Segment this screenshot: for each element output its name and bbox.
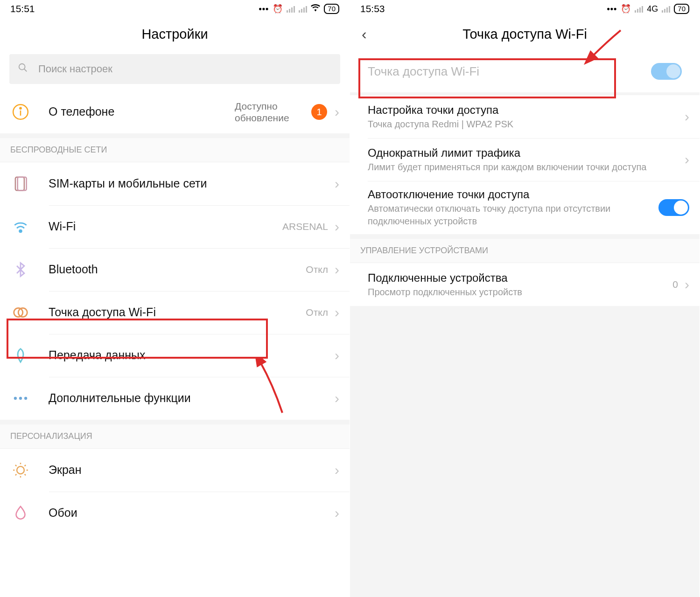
row-label: Точка доступа Wi-Fi: [49, 305, 306, 319]
search-icon: [18, 62, 28, 76]
wifi-icon: [10, 216, 31, 237]
row-label: Настройка точки доступа: [368, 103, 685, 117]
svg-point-0: [19, 64, 25, 70]
svg-point-13: [17, 466, 24, 474]
hotspot-icon: [10, 302, 31, 323]
row-label: Передача данных: [49, 348, 335, 362]
row-label: Подключенные устройства: [368, 271, 672, 285]
more-icon: [10, 388, 31, 409]
sim-icon: [10, 174, 31, 194]
row-wifi[interactable]: Wi-Fi ARSENAL ›: [0, 205, 350, 248]
row-about-phone[interactable]: О телефоне Доступно обновление 1 ›: [0, 90, 350, 133]
update-badge: 1: [311, 104, 327, 120]
svg-point-7: [20, 230, 22, 232]
search-input[interactable]: Поиск настроек: [9, 54, 340, 84]
chevron-right-icon: ›: [335, 506, 339, 520]
chevron-right-icon: ›: [335, 463, 339, 477]
group-personal: ПЕРСОНАЛИЗАЦИЯ: [0, 424, 350, 449]
svg-point-4: [20, 108, 21, 109]
battery-icon: 70: [674, 4, 689, 14]
row-value: Откл: [306, 307, 328, 318]
svg-point-12: [24, 397, 27, 400]
chevron-right-icon: ›: [335, 263, 339, 277]
page-header: Настройки: [0, 18, 350, 50]
alarm-icon: ⏰: [621, 4, 631, 14]
data-icon: [10, 345, 31, 366]
page-title: Настройки: [141, 27, 208, 42]
row-label: SIM-карты и мобильные сети: [49, 176, 335, 191]
chevron-right-icon: ›: [685, 278, 689, 292]
row-label: Точка доступа Wi-Fi: [368, 64, 651, 79]
bluetooth-icon: [10, 259, 31, 280]
status-icons: ••• ⏰ 4G 70: [607, 4, 689, 14]
row-connected-devices[interactable]: Подключенные устройства Просмотр подключ…: [350, 263, 700, 306]
hotspot-switch[interactable]: [651, 63, 682, 80]
battery-icon: 70: [324, 4, 339, 14]
row-label: Обои: [49, 506, 335, 520]
page-title: Точка доступа Wi-Fi: [462, 27, 587, 42]
screen-hotspot: 15:53 ••• ⏰ 4G 70 ‹ Точка доступа Wi-Fi …: [350, 0, 700, 597]
network-label: 4G: [647, 4, 658, 14]
chevron-right-icon: ›: [685, 110, 689, 124]
row-more[interactable]: Дополнительные функции ›: [0, 377, 350, 420]
row-hotspot[interactable]: Точка доступа Wi-Fi Откл ›: [0, 291, 350, 334]
status-bar: 15:51 ••• ⏰ 70: [0, 0, 350, 18]
row-bluetooth[interactable]: Bluetooth Откл ›: [0, 248, 350, 291]
chevron-right-icon: ›: [335, 177, 339, 191]
row-label: Wi-Fi: [49, 219, 282, 234]
row-hotspot-setup[interactable]: Настройка точки доступа Точка доступа Re…: [350, 95, 700, 138]
status-bar: 15:53 ••• ⏰ 4G 70: [350, 0, 700, 18]
row-label: Автоотключение точки доступа: [368, 187, 658, 201]
row-hotspot-toggle[interactable]: Точка доступа Wi-Fi: [350, 50, 700, 92]
row-data-usage[interactable]: Передача данных ›: [0, 334, 350, 377]
row-wallpaper[interactable]: Обои ›: [0, 492, 350, 535]
row-sub: Просмотр подключенных устройств: [368, 286, 672, 298]
alarm-icon: ⏰: [273, 4, 283, 14]
chevron-right-icon: ›: [335, 391, 339, 405]
svg-point-11: [19, 397, 22, 400]
devices-count: 0: [672, 279, 678, 290]
row-sub: Автоматически отключать точку доступа пр…: [368, 202, 658, 228]
row-value: Откл: [306, 264, 328, 275]
row-sim[interactable]: SIM-карты и мобильные сети ›: [0, 162, 350, 205]
chevron-right-icon: ›: [335, 105, 339, 119]
status-icons: ••• ⏰ 70: [259, 4, 339, 14]
row-label: Дополнительные функции: [49, 391, 335, 405]
row-label: Однократный лимит трафика: [368, 146, 685, 160]
display-icon: [10, 460, 31, 480]
info-icon: [10, 102, 31, 122]
group-devices: УПРАВЛЕНИЕ УСТРОЙСТВАМИ: [350, 239, 700, 263]
chevron-right-icon: ›: [335, 220, 339, 234]
row-auto-off[interactable]: Автоотключение точки доступа Автоматичес…: [350, 181, 700, 234]
row-sub: Точка доступа Redmi | WPA2 PSK: [368, 118, 685, 131]
auto-off-switch[interactable]: [658, 199, 689, 216]
row-sub: Лимит будет применяться при каждом включ…: [368, 161, 685, 174]
wallpaper-icon: [10, 503, 31, 523]
svg-rect-6: [18, 177, 27, 191]
row-label: О телефоне: [49, 104, 225, 119]
row-value: ARSENAL: [282, 221, 328, 232]
svg-point-10: [14, 397, 17, 400]
clock: 15:51: [10, 3, 35, 14]
clock: 15:53: [360, 3, 385, 14]
row-note: Доступно обновление: [235, 100, 305, 124]
wifi-icon: [311, 4, 320, 14]
svg-line-1: [24, 69, 27, 72]
row-display[interactable]: Экран ›: [0, 449, 350, 492]
back-button[interactable]: ‹: [362, 26, 367, 43]
search-placeholder: Поиск настроек: [38, 63, 112, 75]
chevron-right-icon: ›: [335, 348, 339, 362]
page-header: ‹ Точка доступа Wi-Fi: [350, 18, 700, 50]
svg-rect-5: [15, 177, 24, 191]
chevron-right-icon: ›: [335, 305, 339, 319]
row-label: Экран: [49, 463, 335, 477]
row-label: Bluetooth: [49, 262, 306, 277]
group-wireless: БЕСПРОВОДНЫЕ СЕТИ: [0, 138, 350, 162]
screen-settings: 15:51 ••• ⏰ 70 Настройки Поиск настроек …: [0, 0, 350, 597]
row-traffic-limit[interactable]: Однократный лимит трафика Лимит будет пр…: [350, 138, 700, 181]
chevron-right-icon: ›: [685, 153, 689, 167]
